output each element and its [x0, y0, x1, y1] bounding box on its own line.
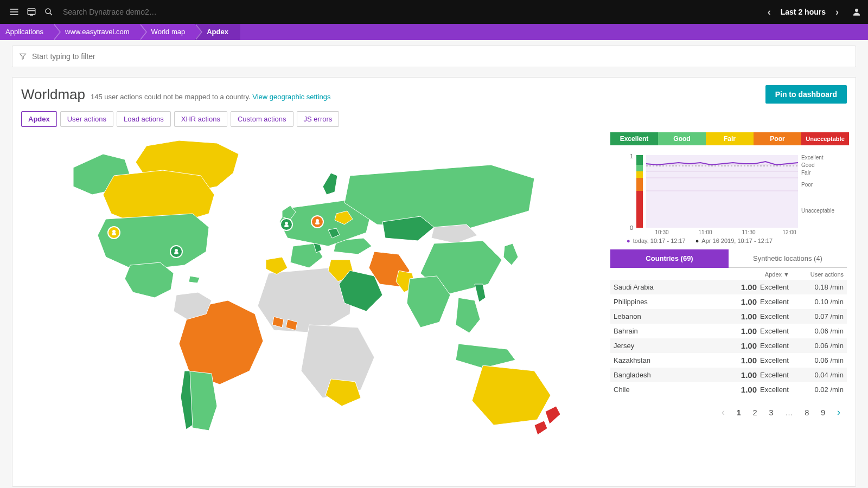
tab-js-errors[interactable]: JS errors [297, 111, 340, 127]
tab-xhr-actions[interactable]: XHR actions [174, 111, 227, 127]
ua-rate: 0.06 /min [800, 327, 844, 335]
breadcrumb-item[interactable]: Applications [0, 24, 53, 40]
breadcrumb-item[interactable]: www.easytravel.com [53, 24, 139, 40]
svg-text:0: 0 [630, 224, 633, 231]
apdex-value: 1.00 [735, 326, 757, 336]
tab-apdex[interactable]: Apdex [21, 111, 57, 127]
ua-rate: 0.18 /min [800, 283, 844, 291]
table-row[interactable]: Saudi Arabia1.00Excellent0.18 /min [610, 280, 847, 294]
table-row[interactable]: Kazakhstan1.00Excellent0.06 /min [610, 353, 847, 368]
tab-custom-actions[interactable]: Custom actions [231, 111, 293, 127]
page-number[interactable]: 1 [737, 408, 741, 417]
sort-apdex[interactable]: Apdex ▼ [735, 271, 789, 278]
svg-point-8 [855, 9, 858, 12]
country-cell: Jersey [614, 342, 735, 350]
timeframe-selector[interactable]: ‹ Last 2 hours › [763, 6, 843, 18]
timeframe-next-icon[interactable]: › [831, 6, 843, 18]
svg-point-15 [175, 249, 178, 252]
apdex-label: Excellent [757, 356, 800, 364]
timeframe-prev-icon[interactable]: ‹ [763, 6, 775, 18]
table-row[interactable]: Lebanon1.00Excellent0.07 /min [610, 309, 847, 324]
apdex-label: Excellent [757, 312, 800, 320]
filter-bar [12, 46, 856, 67]
page-number[interactable]: 9 [821, 408, 825, 417]
svg-text:1: 1 [630, 153, 633, 159]
apdex-value: 1.00 [735, 356, 757, 365]
breadcrumb: Applications www.easytravel.com World ma… [0, 24, 868, 40]
svg-point-18 [285, 222, 288, 225]
apdex-label: Excellent [757, 342, 800, 350]
legend-fair: Fair [706, 132, 754, 145]
svg-rect-29 [636, 191, 643, 228]
trend-legend-compare: Apr 16 2019, 10:17 - 12:17 [695, 237, 773, 244]
ua-rate: 0.04 /min [800, 371, 844, 379]
tab-load-actions[interactable]: Load actions [117, 111, 171, 127]
page-next-icon[interactable]: › [837, 407, 840, 418]
synthetic-pin[interactable] [108, 227, 120, 239]
svg-text:Unacceptable: Unacceptable [801, 208, 835, 214]
world-map[interactable] [21, 132, 608, 441]
synthetic-pin[interactable] [170, 246, 182, 258]
pin-dashboard-button[interactable]: Pin to dashboard [765, 85, 847, 104]
apdex-value: 1.00 [735, 341, 757, 350]
page-prev-icon: ‹ [722, 407, 725, 418]
legend-unacceptable: Unacceptable [801, 132, 849, 145]
synthetic-pin[interactable] [311, 216, 323, 228]
svg-text:10:30: 10:30 [655, 229, 668, 235]
apdex-label: Excellent [757, 283, 800, 291]
svg-rect-22 [315, 222, 320, 224]
country-cell: Saudi Arabia [614, 283, 735, 291]
timeframe-label: Last 2 hours [781, 8, 826, 16]
ua-rate: 0.06 /min [800, 356, 844, 364]
table-row[interactable]: Bahrain1.00Excellent0.06 /min [610, 324, 847, 338]
geo-settings-link[interactable]: View geographic settings [252, 93, 330, 101]
legend-excellent: Excellent [610, 132, 658, 145]
apdex-label: Excellent [757, 386, 800, 394]
page-number[interactable]: 2 [753, 408, 757, 417]
svg-rect-27 [636, 171, 643, 178]
svg-point-6 [46, 9, 50, 14]
country-cell: Chile [614, 386, 735, 394]
svg-rect-25 [636, 155, 643, 165]
subtab-synthetic[interactable]: Synthetic locations (4) [729, 249, 847, 268]
country-cell: Bahrain [614, 327, 735, 335]
table-row[interactable]: Bangladesh1.00Excellent0.04 /min [610, 368, 847, 382]
table-row[interactable]: Chile1.00Excellent0.02 /min [610, 382, 847, 397]
svg-rect-3 [28, 9, 35, 15]
page-ellipsis: … [785, 408, 793, 417]
svg-rect-26 [636, 165, 643, 171]
col-user-actions[interactable]: User actions [789, 271, 844, 278]
country-cell: Philippines [614, 298, 735, 306]
svg-text:11:00: 11:00 [698, 229, 712, 235]
ua-rate: 0.02 /min [800, 386, 844, 394]
global-search [58, 8, 763, 16]
tab-user-actions[interactable]: User actions [60, 111, 113, 127]
legend-good: Good [658, 132, 706, 145]
table-header: Apdex ▼ User actions [610, 268, 847, 280]
svg-point-12 [112, 230, 116, 233]
subtab-countries[interactable]: Countries (69) [610, 249, 729, 268]
table-row[interactable]: Philippines1.00Excellent0.10 /min [610, 294, 847, 309]
ua-rate: 0.07 /min [800, 312, 844, 320]
svg-rect-16 [174, 252, 178, 254]
country-cell: Kazakhstan [614, 356, 735, 364]
user-icon[interactable] [851, 6, 863, 18]
dashboard-icon[interactable] [23, 3, 40, 21]
apdex-legend: Excellent Good Fair Poor Unacceptable [610, 132, 849, 145]
search-icon[interactable] [40, 3, 58, 21]
apdex-trend-chart[interactable]: 1 0 [610, 149, 849, 235]
table-row[interactable]: Jersey1.00Excellent0.06 /min [610, 338, 847, 353]
svg-rect-13 [112, 233, 116, 235]
legend-poor: Poor [754, 132, 801, 145]
page-number[interactable]: 8 [805, 408, 809, 417]
global-search-input[interactable] [63, 8, 226, 16]
filter-input[interactable] [32, 52, 849, 61]
country-cell: Bangladesh [614, 371, 735, 379]
breadcrumb-item[interactable]: World map [139, 24, 195, 40]
synthetic-pin[interactable] [280, 219, 292, 230]
filter-icon [19, 53, 27, 60]
page-number[interactable]: 3 [769, 408, 774, 417]
apdex-value: 1.00 [735, 297, 757, 306]
menu-icon[interactable] [5, 3, 23, 21]
apdex-value: 1.00 [735, 370, 757, 380]
